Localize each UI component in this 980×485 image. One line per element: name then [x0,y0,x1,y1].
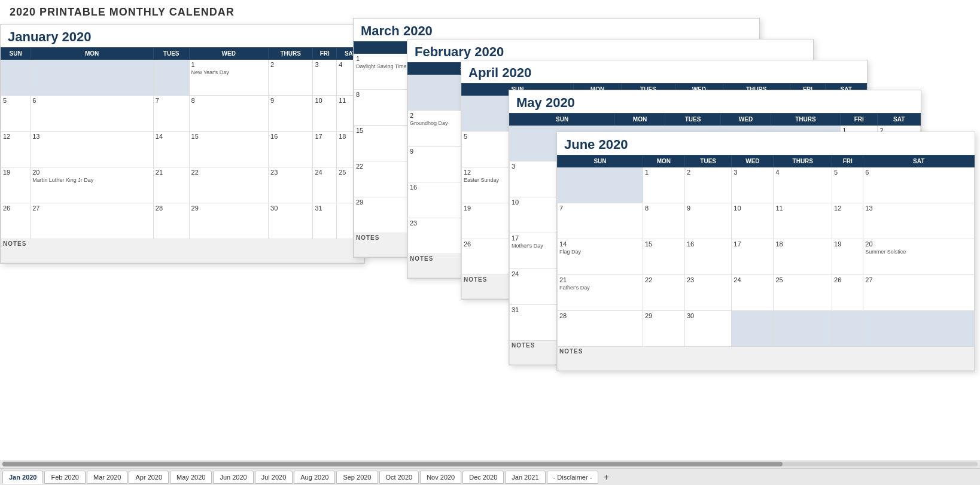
jan-notes: NOTES [1,239,364,263]
table-row: 8 [643,203,684,239]
table-row: 19 [1,167,31,203]
table-row: 2 [269,60,313,96]
table-row: 23 [685,275,732,311]
table-row: 1 [643,167,684,203]
table-row: 13 [863,203,975,239]
table-row: 12 [1,132,31,167]
table-row: 5 6 7 8 9 10 11 [1,96,364,132]
table-row: 21Father's Day [558,275,643,311]
table-row: 7 [558,203,643,239]
scroll-thumb[interactable] [2,462,783,466]
header-mon: MON [615,114,665,126]
table-row [558,167,643,203]
table-row: 6 [863,167,975,203]
table-row: 28 [153,203,189,239]
tab-dec-2020[interactable]: Dec 2020 [462,471,504,484]
table-row: 19 20Martin Luther King Jr Day 21 22 23 … [1,167,364,203]
table-row: 9 [269,96,313,132]
table-row: 29 [189,203,268,239]
table-row: 23 [269,167,313,203]
tab-jan-2020[interactable]: Jan 2020 [2,471,43,484]
header-fri: FRI [832,155,863,167]
tab-may-2020[interactable]: May 2020 [170,471,212,484]
table-row [832,311,863,347]
table-row: 22 [189,167,268,203]
tab-mar-2020[interactable]: Mar 2020 [87,471,127,484]
table-row: 20Martin Luther King Jr Day [31,167,154,203]
table-row: 21Father's Day 22 23 24 25 26 27 [558,275,975,311]
table-row: 18 [774,239,832,275]
tab-aug-2020[interactable]: Aug 2020 [294,471,335,484]
table-row: 25 [774,275,832,311]
jan-tues-header: TUES [153,48,189,60]
table-row: 10 [313,96,337,132]
table-row: 3 [313,60,337,96]
table-row: 1 2 3 4 5 6 [558,167,975,203]
table-row: 24 [732,275,774,311]
horizontal-scrollbar[interactable] [0,460,980,468]
tab-oct-2020[interactable]: Oct 2020 [379,471,419,484]
table-row: 27 [863,275,975,311]
table-row [1,60,31,96]
table-row: 29 [643,311,684,347]
table-row: 22 [643,275,684,311]
may-title: May 2020 [509,90,921,113]
header-thurs: THURS [774,155,832,167]
tab-apr-2020[interactable]: Apr 2020 [129,471,169,484]
mar-title: March 2020 [354,19,759,41]
table-row: 1New Year's Day 2 3 4 [1,60,364,96]
table-row [31,60,154,96]
tab-jul-2020[interactable]: Jul 2020 [255,471,293,484]
table-row: 27 [31,203,154,239]
table-row: 2 [685,167,732,203]
june-calendar: June 2020 SUN MON TUES WED THURS FRI SAT… [556,132,975,371]
jan-table: SUN MON TUES WED THURS FRI SAT 1New Year… [1,47,364,263]
table-row: 30 [269,203,313,239]
table-row: 15 [643,239,684,275]
header-mon: MON [643,155,684,167]
jan-sun-header: SUN [1,48,31,60]
table-row: 12 [832,203,863,239]
table-row: 14Flag Day [558,239,643,275]
table-row: 19 [832,239,863,275]
table-row: 8 [189,96,268,132]
tab-feb-2020[interactable]: Feb 2020 [44,471,85,484]
tab-add-button[interactable]: + [599,471,613,484]
tab-bar: Jan 2020 Feb 2020 Mar 2020 Apr 2020 May … [0,468,980,485]
table-row: 13 [31,132,154,167]
tab-jun-2020[interactable]: Jun 2020 [213,471,253,484]
jan-mon-header: MON [31,48,154,60]
jun-title: June 2020 [557,132,975,155]
tab-disclaimer[interactable]: - Disclaimer - [547,471,599,484]
table-row: 4 [774,167,832,203]
table-row [153,60,189,96]
table-row: 9 [685,203,732,239]
table-row: 7 [153,96,189,132]
apr-title: April 2020 [461,60,867,83]
table-row: 5 [832,167,863,203]
jun-notes: NOTES [558,347,975,371]
table-row: 14 [153,132,189,167]
table-row: 17 [732,239,774,275]
jun-table: SUN MON TUES WED THURS FRI SAT 1 2 3 4 5 [557,155,975,371]
table-row [863,311,975,347]
table-row: 1New Year's Day [189,60,268,96]
tab-sep-2020[interactable]: Sep 2020 [336,471,378,484]
scroll-track[interactable] [2,462,978,466]
header-wed: WED [721,114,771,126]
table-row: NOTES [558,347,975,371]
tab-jan-2021[interactable]: Jan 2021 [505,471,545,484]
table-row: 6 [31,96,154,132]
header-sat: SAT [863,155,975,167]
table-row: 5 [1,96,31,132]
table-row: 12 13 14 15 16 17 18 [1,132,364,167]
table-row: 28 29 30 [558,311,975,347]
table-row: 7 8 9 10 11 12 13 [558,203,975,239]
table-row: NOTES [1,239,364,263]
header-tues: TUES [685,155,732,167]
header-tues: TUES [665,114,720,126]
feb-title: February 2020 [407,39,813,62]
jan-thurs-header: THURS [269,48,313,60]
header-sat: SAT [878,114,921,126]
tab-nov-2020[interactable]: Nov 2020 [420,471,461,484]
